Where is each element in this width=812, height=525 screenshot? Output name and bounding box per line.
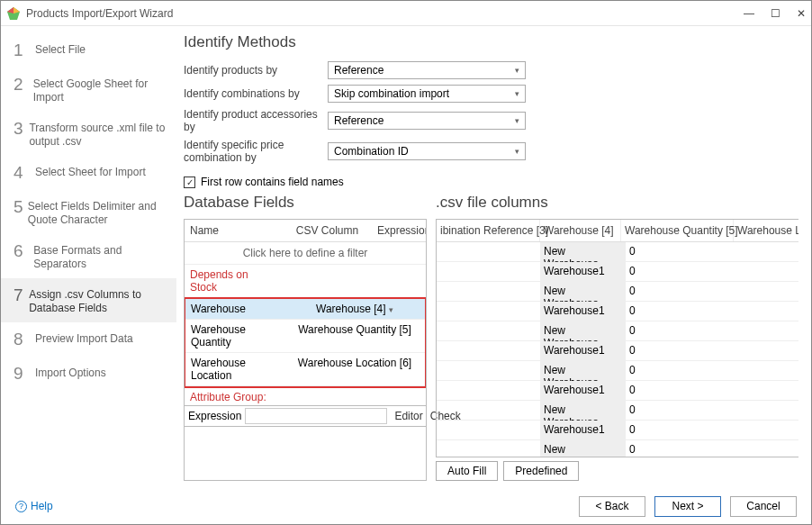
maximize-button[interactable]: ☐ <box>771 7 780 20</box>
col-csv[interactable]: CSV Column <box>284 220 372 241</box>
warehouse-cell: Warehouse1 <box>540 302 626 321</box>
identify-combinations-select[interactable]: Skip combination import▾ <box>328 85 526 103</box>
identify-heading: Identify Methods <box>184 33 798 51</box>
quantity-cell: 0 <box>626 401 653 420</box>
first-row-names-checkbox[interactable]: ✓ First row contains field names <box>184 176 798 188</box>
table-row[interactable]: Depends on Stock <box>185 265 426 298</box>
expression-preview <box>184 427 427 481</box>
quantity-cell: 0 <box>626 302 653 321</box>
auto-fill-button[interactable]: Auto Fill <box>436 461 498 481</box>
col-header[interactable]: Warehouse Quantity [5] <box>621 220 734 241</box>
step-select-file[interactable]: 1Select File <box>1 33 176 68</box>
help-link[interactable]: ? Help <box>15 500 53 512</box>
wizard-footer: ? Help < Back Next > Cancel <box>1 488 811 524</box>
chevron-down-icon: ▾ <box>389 305 393 314</box>
table-row[interactable]: Warehouse LocationWarehouse Location [6] <box>185 353 425 386</box>
warehouse-cell: New Warehouse <box>540 401 626 420</box>
quantity-cell: 0 <box>626 262 653 281</box>
back-button[interactable]: < Back <box>579 496 645 517</box>
col-header[interactable]: Warehouse Location [6] <box>734 220 798 241</box>
db-fields-grid: Name CSV Column Expression Click here to… <box>184 219 427 406</box>
quantity-cell: 0 <box>626 381 653 400</box>
table-row[interactable]: New Warehouse0 <box>437 321 798 341</box>
identify-price-combo-label: Identify specific price combination by <box>184 139 328 164</box>
csv-columns-header: ibination Reference [3] Warehouse [4] Wa… <box>437 220 798 242</box>
identify-combinations-label: Identify combinations by <box>184 87 328 100</box>
predefined-button[interactable]: Predefined <box>503 461 579 481</box>
wizard-window: Products Import/Export Wizard — ☐ ✕ 1Sel… <box>0 0 812 525</box>
col-header[interactable]: Warehouse [4] <box>540 220 621 241</box>
warehouse-cell: Warehouse1 <box>540 381 626 400</box>
identify-price-combo-row: Identify specific price combination by C… <box>184 139 798 164</box>
cancel-button[interactable]: Cancel <box>730 496 797 517</box>
warehouse-cell: Warehouse1 <box>540 421 626 439</box>
identify-price-combo-select[interactable]: Combination ID▾ <box>328 142 526 160</box>
help-icon: ? <box>15 501 27 512</box>
table-row[interactable]: Warehouse10 <box>437 302 798 321</box>
app-icon <box>6 6 21 21</box>
table-row[interactable]: Warehouse10 <box>437 421 798 440</box>
check-icon: ✓ <box>184 177 195 188</box>
db-fields-heading: Database Fields <box>184 194 427 212</box>
expression-input[interactable] <box>245 408 387 424</box>
identify-accessories-select[interactable]: Reference▾ <box>328 112 526 130</box>
table-row[interactable]: New Warehouse0 <box>437 242 798 262</box>
step-google-sheet[interactable]: 2Select Google Sheet for Import <box>1 68 176 112</box>
titlebar: Products Import/Export Wizard — ☐ ✕ <box>1 1 811 26</box>
next-button[interactable]: Next > <box>654 496 721 517</box>
table-row[interactable]: New Warehouse0 <box>437 282 798 302</box>
chevron-down-icon: ▾ <box>515 89 519 98</box>
chevron-down-icon: ▾ <box>515 116 519 125</box>
warehouse-cell: New Warehouse <box>540 440 626 457</box>
warehouse-cell: New Warehouse <box>540 361 626 380</box>
step-transform-xml[interactable]: 3Transform source .xml file to output .c… <box>1 112 176 156</box>
table-row[interactable]: Warehouse10 <box>437 262 798 282</box>
filter-row[interactable]: Click here to define a filter <box>185 242 426 265</box>
table-row[interactable]: New Warehouse0 <box>437 440 798 457</box>
highlight-box: WarehouseWarehouse [4] ▾ Warehouse Quant… <box>184 297 427 388</box>
warehouse-cell: New Warehouse <box>540 321 626 340</box>
table-row[interactable]: Attribute Group: Size <box>185 387 426 406</box>
chevron-down-icon: ▾ <box>515 66 519 75</box>
step-assign-columns[interactable]: 7Assign .csv Columns to Database Fields <box>1 278 176 322</box>
identify-accessories-label: Identify product accessories by <box>184 108 328 133</box>
window-title: Products Import/Export Wizard <box>26 7 744 20</box>
close-button[interactable]: ✕ <box>797 7 806 20</box>
step-preview[interactable]: 8Preview Import Data <box>1 322 176 357</box>
col-expr[interactable]: Expression <box>372 220 426 241</box>
chevron-down-icon: ▾ <box>515 147 519 156</box>
step-import-options[interactable]: 9Import Options <box>1 357 176 391</box>
main-panel: Identify Methods Identify products by Re… <box>176 26 811 488</box>
identify-products-label: Identify products by <box>184 64 328 77</box>
editor-button[interactable]: Editor <box>391 410 426 422</box>
table-row[interactable]: New Warehouse0 <box>437 361 798 381</box>
minimize-button[interactable]: — <box>744 7 754 20</box>
quantity-cell: 0 <box>626 421 653 439</box>
table-row[interactable]: WarehouseWarehouse [4] ▾ <box>185 299 425 320</box>
quantity-cell: 0 <box>626 341 653 360</box>
identify-products-row: Identify products by Reference▾ <box>184 61 798 79</box>
table-row[interactable]: Warehouse10 <box>437 381 798 401</box>
expression-bar: Expression Editor Check <box>184 406 427 427</box>
warehouse-cell: New Warehouse <box>540 242 626 261</box>
warehouse-cell: New Warehouse <box>540 282 626 301</box>
table-row[interactable]: New Warehouse0 <box>437 401 798 421</box>
col-header[interactable]: ibination Reference [3] <box>437 220 540 241</box>
csv-columns-heading: .csv file columns <box>436 194 798 212</box>
step-delimiter[interactable]: 5Select Fields Delimiter and Quote Chara… <box>1 190 176 234</box>
expression-label: Expression <box>188 410 241 422</box>
csv-columns-grid: ibination Reference [3] Warehouse [4] Wa… <box>436 219 798 457</box>
identify-accessories-row: Identify product accessories by Referenc… <box>184 108 798 133</box>
db-fields-header: Name CSV Column Expression <box>185 220 426 242</box>
quantity-cell: 0 <box>626 361 653 380</box>
col-name[interactable]: Name <box>185 220 284 241</box>
quantity-cell: 0 <box>626 282 653 301</box>
identify-products-select[interactable]: Reference▾ <box>328 61 526 79</box>
table-row[interactable]: Warehouse10 <box>437 341 798 361</box>
first-row-names-label: First row contains field names <box>201 176 344 188</box>
step-formats[interactable]: 6Base Formats and Separators <box>1 234 176 278</box>
step-select-sheet[interactable]: 4Select Sheet for Import <box>1 156 176 190</box>
table-row[interactable]: Warehouse QuantityWarehouse Quantity [5] <box>185 320 425 353</box>
wizard-steps-sidebar: 1Select File 2Select Google Sheet for Im… <box>1 26 176 488</box>
quantity-cell: 0 <box>626 321 653 340</box>
